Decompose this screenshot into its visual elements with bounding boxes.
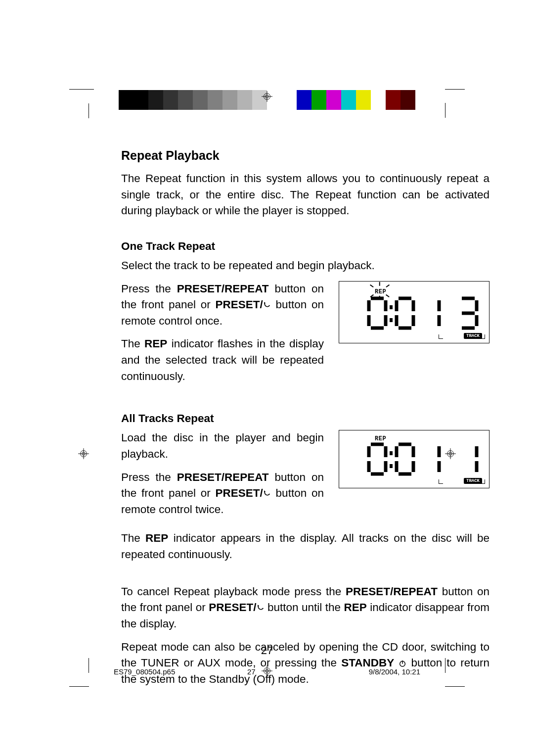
colorbar-swatch xyxy=(282,90,297,110)
crop-mark-bl xyxy=(69,662,94,687)
indicator-ref: REP xyxy=(144,337,167,350)
button-ref: PRESET/ xyxy=(216,487,263,499)
all-tracks-heading: All Tracks Repeat xyxy=(121,412,490,425)
one-track-p2: Press the PRESET/REPEAT button on the fr… xyxy=(121,281,324,330)
svg-rect-19 xyxy=(390,318,393,322)
colorbar-swatch xyxy=(134,90,148,110)
colorbar-swatch xyxy=(312,90,326,110)
button-ref: PRESET/ xyxy=(209,601,256,614)
indicator-ref: REP xyxy=(145,532,168,544)
intro-paragraph: The Repeat function in this system allow… xyxy=(121,171,490,219)
track-label: TRACK xyxy=(464,478,482,484)
colorbar-swatch xyxy=(193,90,208,110)
button-ref: PRESET/REPEAT xyxy=(177,283,269,295)
colorbar-swatch xyxy=(208,90,222,110)
repeat-icon xyxy=(263,301,271,309)
registration-mark-icon xyxy=(262,91,272,102)
colorbar-swatch xyxy=(297,90,312,110)
colorbar-swatch xyxy=(341,90,356,110)
crop-mark-tr xyxy=(440,89,465,114)
text: indicator appears in the display. All tr… xyxy=(121,532,490,561)
page-number: 27 xyxy=(261,644,273,657)
cancel-p2: Repeat mode can also be canceled by open… xyxy=(121,639,490,688)
one-track-p3: The REP indicator flashes in the display… xyxy=(121,336,324,384)
footer-filename: ES79_080504.p65 xyxy=(114,667,175,676)
footer-page: 27 xyxy=(247,667,256,676)
repeat-icon xyxy=(257,604,265,612)
registration-mark-icon xyxy=(262,665,272,676)
lcd-display-one-track: REP TRACK xyxy=(339,281,490,343)
colorbar-swatch xyxy=(237,90,252,110)
page-content: Repeat Playback The Repeat function in t… xyxy=(121,148,490,694)
button-ref: PRESET/ xyxy=(216,298,263,311)
footer-datetime: 9/8/2004, 10:21 xyxy=(369,667,420,676)
colorbar-swatch xyxy=(178,90,193,110)
colorbar-swatch xyxy=(148,90,163,110)
footer: ES79_080504.p65 27 9/8/2004, 10:21 xyxy=(114,667,420,676)
colorbar-swatch xyxy=(371,90,386,110)
colorbar-swatch xyxy=(119,90,134,110)
colorbar-swatch xyxy=(163,90,178,110)
power-icon xyxy=(399,660,406,667)
button-ref: PRESET/REPEAT xyxy=(177,471,269,483)
crop-mark-tl xyxy=(69,89,94,114)
track-label: TRACK xyxy=(464,333,482,339)
colorbar-swatch xyxy=(386,90,400,110)
text: Press the xyxy=(121,471,177,483)
colorbar-swatch xyxy=(400,90,415,110)
all-tracks-p1: Load the disc in the player and begin pl… xyxy=(121,430,324,462)
text: button until the xyxy=(265,601,344,614)
indicator-ref: REP xyxy=(344,601,366,614)
cancel-p1: To cancel Repeat playback mode press the… xyxy=(121,584,490,632)
all-tracks-p3: The REP indicator appears in the display… xyxy=(121,530,490,563)
registration-mark-icon xyxy=(78,448,89,459)
one-track-heading: One Track Repeat xyxy=(121,240,490,253)
text: The xyxy=(121,532,145,544)
text: The xyxy=(121,337,144,350)
all-tracks-p2: Press the PRESET/REPEAT button on the fr… xyxy=(121,470,324,518)
colorbar-swatch xyxy=(356,90,371,110)
button-ref: PRESET/REPEAT xyxy=(346,585,438,598)
colorbar-swatch xyxy=(326,90,341,110)
section-title: Repeat Playback xyxy=(121,148,490,163)
svg-rect-18 xyxy=(390,305,393,309)
text: To cancel Repeat playback mode press the xyxy=(121,585,346,598)
colorbar-swatch xyxy=(222,90,237,110)
repeat-icon xyxy=(263,490,271,498)
svg-rect-40 xyxy=(390,464,393,468)
one-track-p1: Select the track to be repeated and begi… xyxy=(121,258,490,274)
text: Press the xyxy=(121,283,177,295)
lcd-display-all-tracks: REP TRACK xyxy=(339,430,490,488)
svg-rect-39 xyxy=(390,451,393,455)
seven-segment-display xyxy=(339,282,488,341)
